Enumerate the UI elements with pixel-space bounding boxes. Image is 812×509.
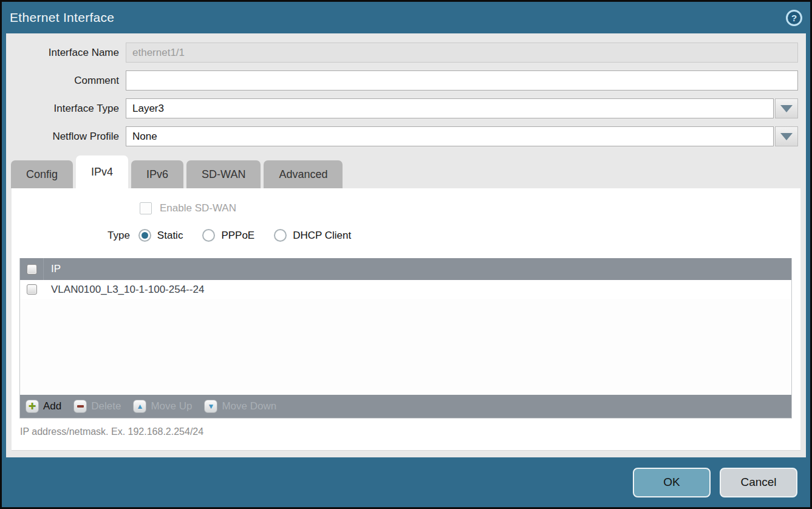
interface-name-row: Interface Name xyxy=(6,43,806,63)
delete-button-label: Delete xyxy=(91,400,121,412)
dialog-body: Interface Name Comment Interface Type La… xyxy=(6,33,806,457)
dialog-frame: Ethernet Interface ? Interface Name Comm… xyxy=(2,2,810,507)
netflow-profile-label: Netflow Profile xyxy=(6,131,126,143)
enable-sdwan-row: Enable SD-WAN xyxy=(12,188,800,214)
ok-button[interactable]: OK xyxy=(633,468,711,497)
minus-icon xyxy=(73,400,87,413)
radio-button-icon[interactable] xyxy=(274,229,287,242)
interface-type-value[interactable]: Layer3 xyxy=(126,98,774,118)
comment-row: Comment xyxy=(6,70,806,91)
chevron-down-icon xyxy=(780,133,793,140)
dialog-title: Ethernet Interface xyxy=(10,10,114,25)
row-checkbox-cell xyxy=(20,280,44,299)
ethernet-interface-dialog: Ethernet Interface ? Interface Name Comm… xyxy=(0,0,812,509)
plus-icon: ✚ xyxy=(26,400,39,413)
title-bar: Ethernet Interface ? xyxy=(2,2,810,33)
add-button-label: Add xyxy=(43,400,61,412)
comment-field xyxy=(126,70,798,91)
arrow-up-icon: ▲ xyxy=(133,400,146,413)
interface-type-row: Interface Type Layer3 xyxy=(6,98,806,118)
ip-table-toolbar: ✚ Add Delete ▲ Move Up ▼ xyxy=(20,395,791,418)
radio-pppoe-label: PPPoE xyxy=(221,230,254,242)
ip-format-hint: IP address/netmask. Ex. 192.168.2.254/24 xyxy=(20,426,800,437)
tab-config[interactable]: Config xyxy=(11,160,73,188)
select-all-cell xyxy=(20,258,44,280)
help-icon[interactable]: ? xyxy=(786,10,802,26)
move-down-button-label: Move Down xyxy=(222,400,276,412)
tab-advanced[interactable]: Advanced xyxy=(264,160,343,188)
tab-bar: Config IPv4 IPv6 SD-WAN Advanced xyxy=(6,154,806,188)
netflow-profile-value[interactable]: None xyxy=(126,126,774,146)
radio-dhcp-client[interactable]: DHCP Client xyxy=(274,229,351,242)
row-checkbox[interactable] xyxy=(27,284,37,295)
ip-table-header: IP xyxy=(20,258,791,280)
move-down-button[interactable]: ▼ Move Down xyxy=(204,400,276,413)
tab-ipv4[interactable]: IPv4 xyxy=(76,155,128,188)
cancel-button[interactable]: Cancel xyxy=(720,468,797,497)
ip-table: IP VLAN0100_L3_10-1-100-254--24 ✚ xyxy=(19,258,792,418)
type-radio-group: Static PPPoE DHCP Client xyxy=(138,229,351,242)
ip-table-body: VLAN0100_L3_10-1-100-254--24 xyxy=(20,280,791,395)
move-up-button[interactable]: ▲ Move Up xyxy=(133,400,192,413)
interface-type-dropdown-button[interactable] xyxy=(775,98,798,118)
interface-type-label: Interface Type xyxy=(6,103,126,115)
radio-static[interactable]: Static xyxy=(138,229,183,242)
interface-name-input xyxy=(126,43,798,63)
arrow-down-icon: ▼ xyxy=(204,400,217,413)
chevron-down-icon xyxy=(780,105,793,112)
interface-name-label: Interface Name xyxy=(6,47,126,59)
interface-type-select[interactable]: Layer3 xyxy=(126,98,798,118)
tab-sdwan[interactable]: SD-WAN xyxy=(186,160,261,188)
comment-input[interactable] xyxy=(126,70,798,91)
radio-button-icon[interactable] xyxy=(138,229,151,242)
enable-sdwan-checkbox xyxy=(140,202,152,214)
radio-pppoe[interactable]: PPPoE xyxy=(202,229,254,242)
table-row[interactable]: VLAN0100_L3_10-1-100-254--24 xyxy=(20,280,791,299)
radio-button-icon[interactable] xyxy=(202,229,215,242)
type-row: Type Static PPPoE DHCP Client xyxy=(12,214,800,242)
radio-dhcp-label: DHCP Client xyxy=(293,230,351,242)
select-all-checkbox[interactable] xyxy=(27,264,37,275)
ip-column-header: IP xyxy=(44,263,61,275)
comment-label: Comment xyxy=(6,75,126,87)
ipv4-tab-panel: Enable SD-WAN Type Static PPPoE xyxy=(12,188,800,451)
add-button[interactable]: ✚ Add xyxy=(26,400,61,413)
type-label: Type xyxy=(107,230,130,242)
enable-sdwan-label: Enable SD-WAN xyxy=(160,202,236,214)
dialog-footer: OK Cancel xyxy=(2,457,810,507)
netflow-profile-select[interactable]: None xyxy=(126,126,798,146)
netflow-profile-row: Netflow Profile None xyxy=(6,126,806,146)
move-up-button-label: Move Up xyxy=(151,400,192,412)
ip-cell-value[interactable]: VLAN0100_L3_10-1-100-254--24 xyxy=(44,284,204,296)
radio-static-label: Static xyxy=(157,230,183,242)
tab-ipv6[interactable]: IPv6 xyxy=(131,160,183,188)
interface-name-field xyxy=(126,43,798,63)
netflow-profile-dropdown-button[interactable] xyxy=(775,126,798,146)
delete-button[interactable]: Delete xyxy=(73,400,121,413)
